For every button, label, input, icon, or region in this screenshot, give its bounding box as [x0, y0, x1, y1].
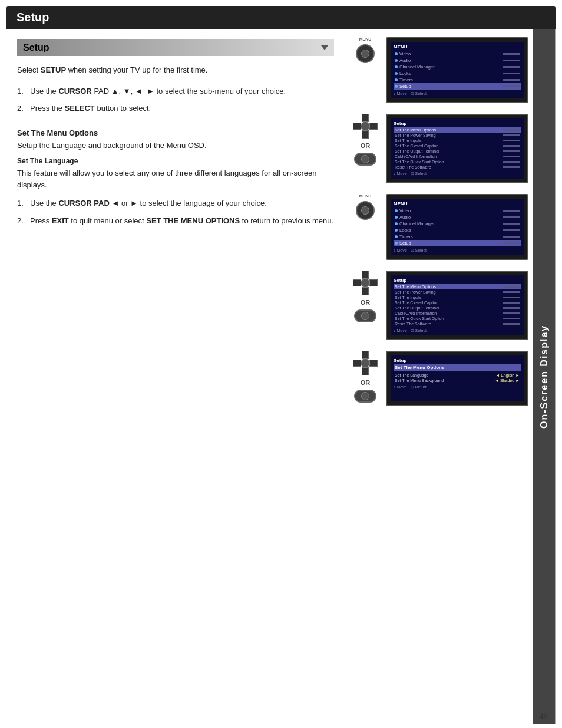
tv3-setup-hl: Setup: [394, 240, 521, 246]
tv5-footer: ↕ Move⊡ Return: [394, 385, 521, 390]
tv-item-timers: Timers: [394, 77, 521, 83]
dpad-button-2[interactable]: [353, 271, 378, 295]
dpad3-center: [361, 358, 370, 368]
dpad3-right: [369, 360, 378, 367]
tv-screen-2: Setup Set The Menu Options Set The Power…: [386, 114, 528, 183]
tv4-setup-label: Setup: [394, 278, 521, 283]
tv-item-locks: Locks: [394, 70, 521, 77]
tv5-bg-row: Set The Menu Background ◄ Shaded ►: [394, 378, 521, 383]
diagram-2: OR Setup Set The Menu Options Set The Po…: [349, 114, 528, 183]
tv-setup-item-quickstart: Set The Quick Start Option: [394, 159, 521, 164]
diagram-3: MENU MENU Video Audio Channel Manager Lo…: [349, 194, 528, 260]
tv3-footer: ↕ Move⊡ Select: [394, 248, 521, 253]
section2-step-text-1: Use the CURSOR PAD ◄ or ► to select the …: [30, 197, 334, 209]
intro-bold-setup: SETUP: [41, 65, 66, 74]
tv4-power: Set The Power Saving: [394, 289, 521, 295]
tv5-lang-row: Set The Language ◄ English ►: [394, 373, 521, 378]
menu-button-1[interactable]: [356, 44, 375, 63]
menu-button-inner-3: [361, 206, 369, 215]
tv-item-audio: Audio: [394, 57, 521, 64]
tv4-inputs: Set The Inputs: [394, 295, 521, 300]
or-label-3: OR: [361, 379, 371, 386]
tv-menu-label-3: MENU: [394, 201, 521, 206]
tv-setup-item-inputs: Set The Inputs: [394, 138, 521, 143]
page-number: 49: [540, 712, 548, 721]
tv4-caption: Set The Closed Caption: [394, 300, 521, 305]
tv-setup-item-caption: Set The Closed Caption: [394, 143, 521, 149]
section-title-setup: Setup: [23, 42, 49, 53]
tv-item-video: Video: [394, 51, 521, 57]
tv-setup-item-menu-opts: Set The Menu Options: [394, 127, 521, 133]
step-text-1: Use the CURSOR PAD ▲, ▼, ◄ ► to select t…: [30, 85, 334, 97]
intro-paragraph: Select SETUP when setting your TV up for…: [17, 64, 334, 76]
tv-screen-5: Setup Set The Menu Options Set The Langu…: [386, 351, 528, 406]
section2-desc: Setup the Language and background of the…: [17, 140, 334, 151]
remote-col-5: OR: [349, 351, 381, 403]
tv-menu-label-1: MENU: [394, 44, 521, 50]
diagram-column: MENU MENU Video Audio Channel Manager Lo…: [345, 29, 533, 724]
tv-setup-item-reset: Reset The Software: [394, 164, 521, 170]
section2-step-num-2: 2.: [17, 215, 30, 227]
section2-step-1: 1. Use the CURSOR PAD ◄ or ► to select t…: [17, 197, 334, 209]
dpad3-down: [362, 367, 369, 375]
dpad3-left: [353, 360, 361, 367]
dpad-right: [369, 123, 378, 130]
tv-item-setup-hl: Setup: [394, 83, 521, 90]
dpad-center: [361, 121, 370, 131]
tv3-timers: Timers: [394, 233, 521, 240]
remote-col-3: MENU: [349, 194, 381, 220]
tv3-locks: Locks: [394, 227, 521, 233]
dpad3-up: [362, 351, 369, 359]
diagram-4: OR Setup Set The Menu Options Set The Po…: [349, 271, 528, 340]
tv4-reset: Reset The Software: [394, 321, 521, 327]
menu-button-3[interactable]: [356, 201, 375, 220]
tv-footer-1: ↕ Move⊡ Select: [394, 91, 521, 96]
dpad-left: [353, 123, 361, 130]
section2-title: Set The Menu Options: [17, 129, 334, 137]
tv3-channel: Channel Manager: [394, 220, 521, 227]
select-button-2[interactable]: [354, 309, 376, 322]
step-num-2: 2.: [17, 103, 30, 114]
section2-sub-desc: This feature will allow you to select an…: [17, 167, 334, 190]
step-text-2: Press the SELECT button to select.: [30, 103, 334, 114]
tv-screen-inner-5: Setup Set The Menu Options Set The Langu…: [391, 355, 524, 401]
tv4-menu-opts-hl: Set The Menu Options: [394, 284, 521, 289]
section-header-setup: Setup: [17, 39, 334, 56]
dpad2-left: [353, 279, 361, 286]
tv-footer-2: ↕ Move⊡ Select: [394, 172, 521, 176]
tv-screen-inner-2: Setup Set The Menu Options Set The Power…: [391, 118, 524, 179]
tv-setup-label: Setup: [394, 121, 521, 126]
tv-setup-item-cable: CableCArd Information: [394, 154, 521, 159]
side-tab: On-Screen Display: [533, 29, 556, 724]
tv-screen-1: MENU Video Audio Channel Manager Locks T…: [386, 37, 528, 103]
remote-col-4: OR: [349, 271, 381, 322]
text-column: Setup Select SETUP when setting your TV …: [6, 29, 345, 724]
tv5-menu-opts-hl: Set The Menu Options: [394, 364, 521, 371]
dpad2-down: [362, 287, 369, 295]
select-btn-inner-3: [361, 392, 369, 400]
select-button-1[interactable]: [354, 153, 376, 166]
dpad-button-3[interactable]: [353, 351, 378, 375]
tv4-output: Set The Output Terminal: [394, 305, 521, 311]
tv-screen-inner-1: MENU Video Audio Channel Manager Locks T…: [391, 42, 524, 98]
diagram-5: OR Setup Set The Menu Options Set The La…: [349, 351, 528, 406]
dpad2-right: [369, 279, 378, 286]
section2-step-num-1: 1.: [17, 197, 30, 209]
or-label-1: OR: [361, 142, 371, 149]
dpad2-up: [362, 271, 369, 279]
arrow-down-icon: [321, 45, 328, 50]
dpad-down: [362, 130, 369, 139]
section2-sub-title: Set The Language: [17, 157, 334, 165]
dpad-up: [362, 114, 369, 122]
diagram-1: MENU MENU Video Audio Channel Manager Lo…: [349, 37, 528, 103]
tv4-footer: ↕ Move⊡ Select: [394, 328, 521, 333]
tv-item-channel: Channel Manager: [394, 64, 521, 70]
tv5-setup-label: Setup: [394, 358, 521, 363]
select-button-3[interactable]: [354, 390, 376, 403]
tv-screen-inner-3: MENU Video Audio Channel Manager Locks T…: [391, 199, 524, 255]
tv-screen-inner-4: Setup Set The Menu Options Set The Power…: [391, 275, 524, 335]
dpad-button[interactable]: [353, 114, 378, 139]
remote-col-2: OR: [349, 114, 381, 166]
select-btn-inner-2: [361, 312, 369, 320]
tv3-audio: Audio: [394, 214, 521, 220]
